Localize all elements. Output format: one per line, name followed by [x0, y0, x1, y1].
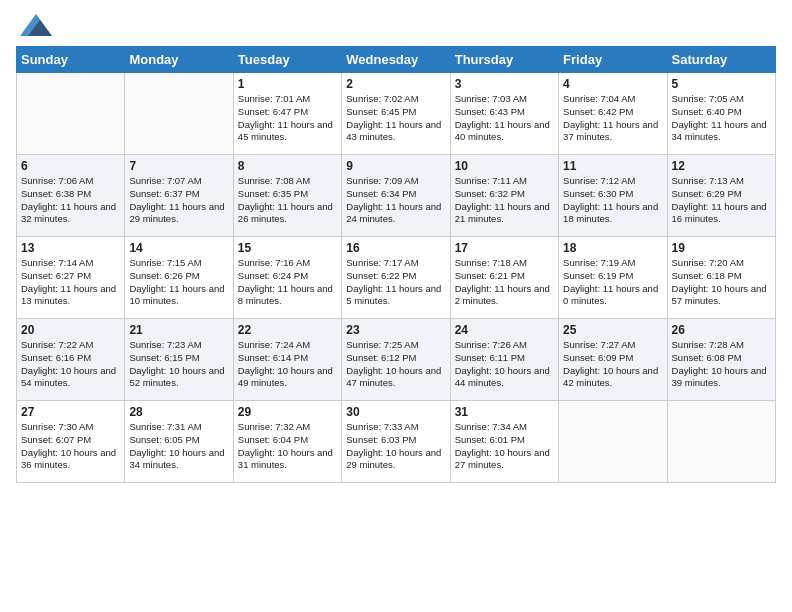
calendar-cell: 3Sunrise: 7:03 AM Sunset: 6:43 PM Daylig…: [450, 73, 558, 155]
day-info: Sunrise: 7:02 AM Sunset: 6:45 PM Dayligh…: [346, 93, 445, 144]
day-info: Sunrise: 7:28 AM Sunset: 6:08 PM Dayligh…: [672, 339, 771, 390]
calendar-cell: 26Sunrise: 7:28 AM Sunset: 6:08 PM Dayli…: [667, 319, 775, 401]
day-number: 6: [21, 159, 120, 173]
calendar-cell: 29Sunrise: 7:32 AM Sunset: 6:04 PM Dayli…: [233, 401, 341, 483]
day-info: Sunrise: 7:13 AM Sunset: 6:29 PM Dayligh…: [672, 175, 771, 226]
calendar-cell: 8Sunrise: 7:08 AM Sunset: 6:35 PM Daylig…: [233, 155, 341, 237]
calendar-cell: 21Sunrise: 7:23 AM Sunset: 6:15 PM Dayli…: [125, 319, 233, 401]
calendar-cell: 30Sunrise: 7:33 AM Sunset: 6:03 PM Dayli…: [342, 401, 450, 483]
calendar-cell: [17, 73, 125, 155]
day-info: Sunrise: 7:01 AM Sunset: 6:47 PM Dayligh…: [238, 93, 337, 144]
day-info: Sunrise: 7:24 AM Sunset: 6:14 PM Dayligh…: [238, 339, 337, 390]
day-number: 4: [563, 77, 662, 91]
calendar-week-1: 6Sunrise: 7:06 AM Sunset: 6:38 PM Daylig…: [17, 155, 776, 237]
calendar-cell: 9Sunrise: 7:09 AM Sunset: 6:34 PM Daylig…: [342, 155, 450, 237]
page: SundayMondayTuesdayWednesdayThursdayFrid…: [0, 0, 792, 612]
calendar-cell: [559, 401, 667, 483]
day-info: Sunrise: 7:04 AM Sunset: 6:42 PM Dayligh…: [563, 93, 662, 144]
calendar-cell: 5Sunrise: 7:05 AM Sunset: 6:40 PM Daylig…: [667, 73, 775, 155]
day-info: Sunrise: 7:32 AM Sunset: 6:04 PM Dayligh…: [238, 421, 337, 472]
calendar-cell: 11Sunrise: 7:12 AM Sunset: 6:30 PM Dayli…: [559, 155, 667, 237]
calendar-cell: 10Sunrise: 7:11 AM Sunset: 6:32 PM Dayli…: [450, 155, 558, 237]
calendar-cell: [125, 73, 233, 155]
day-number: 26: [672, 323, 771, 337]
day-info: Sunrise: 7:19 AM Sunset: 6:19 PM Dayligh…: [563, 257, 662, 308]
calendar-cell: 13Sunrise: 7:14 AM Sunset: 6:27 PM Dayli…: [17, 237, 125, 319]
header: [16, 16, 776, 36]
day-info: Sunrise: 7:16 AM Sunset: 6:24 PM Dayligh…: [238, 257, 337, 308]
logo: [16, 16, 52, 36]
day-number: 16: [346, 241, 445, 255]
day-number: 18: [563, 241, 662, 255]
calendar-cell: 12Sunrise: 7:13 AM Sunset: 6:29 PM Dayli…: [667, 155, 775, 237]
calendar-cell: 4Sunrise: 7:04 AM Sunset: 6:42 PM Daylig…: [559, 73, 667, 155]
calendar-cell: 20Sunrise: 7:22 AM Sunset: 6:16 PM Dayli…: [17, 319, 125, 401]
col-header-thursday: Thursday: [450, 47, 558, 73]
day-number: 15: [238, 241, 337, 255]
day-number: 1: [238, 77, 337, 91]
day-info: Sunrise: 7:08 AM Sunset: 6:35 PM Dayligh…: [238, 175, 337, 226]
day-number: 27: [21, 405, 120, 419]
calendar-week-3: 20Sunrise: 7:22 AM Sunset: 6:16 PM Dayli…: [17, 319, 776, 401]
day-number: 2: [346, 77, 445, 91]
calendar-cell: 16Sunrise: 7:17 AM Sunset: 6:22 PM Dayli…: [342, 237, 450, 319]
day-info: Sunrise: 7:33 AM Sunset: 6:03 PM Dayligh…: [346, 421, 445, 472]
day-info: Sunrise: 7:05 AM Sunset: 6:40 PM Dayligh…: [672, 93, 771, 144]
logo-icon: [20, 14, 52, 36]
day-number: 24: [455, 323, 554, 337]
calendar-header-row: SundayMondayTuesdayWednesdayThursdayFrid…: [17, 47, 776, 73]
calendar-cell: 27Sunrise: 7:30 AM Sunset: 6:07 PM Dayli…: [17, 401, 125, 483]
day-number: 14: [129, 241, 228, 255]
calendar-cell: 28Sunrise: 7:31 AM Sunset: 6:05 PM Dayli…: [125, 401, 233, 483]
day-info: Sunrise: 7:09 AM Sunset: 6:34 PM Dayligh…: [346, 175, 445, 226]
logo-row1: [16, 16, 52, 36]
calendar-cell: 1Sunrise: 7:01 AM Sunset: 6:47 PM Daylig…: [233, 73, 341, 155]
day-info: Sunrise: 7:31 AM Sunset: 6:05 PM Dayligh…: [129, 421, 228, 472]
day-number: 21: [129, 323, 228, 337]
day-info: Sunrise: 7:12 AM Sunset: 6:30 PM Dayligh…: [563, 175, 662, 226]
day-info: Sunrise: 7:23 AM Sunset: 6:15 PM Dayligh…: [129, 339, 228, 390]
day-number: 3: [455, 77, 554, 91]
col-header-tuesday: Tuesday: [233, 47, 341, 73]
calendar-cell: 18Sunrise: 7:19 AM Sunset: 6:19 PM Dayli…: [559, 237, 667, 319]
col-header-wednesday: Wednesday: [342, 47, 450, 73]
calendar-cell: 17Sunrise: 7:18 AM Sunset: 6:21 PM Dayli…: [450, 237, 558, 319]
col-header-monday: Monday: [125, 47, 233, 73]
day-info: Sunrise: 7:15 AM Sunset: 6:26 PM Dayligh…: [129, 257, 228, 308]
day-number: 25: [563, 323, 662, 337]
day-number: 11: [563, 159, 662, 173]
day-number: 31: [455, 405, 554, 419]
day-info: Sunrise: 7:07 AM Sunset: 6:37 PM Dayligh…: [129, 175, 228, 226]
day-info: Sunrise: 7:34 AM Sunset: 6:01 PM Dayligh…: [455, 421, 554, 472]
day-number: 28: [129, 405, 228, 419]
calendar-cell: 6Sunrise: 7:06 AM Sunset: 6:38 PM Daylig…: [17, 155, 125, 237]
day-info: Sunrise: 7:17 AM Sunset: 6:22 PM Dayligh…: [346, 257, 445, 308]
col-header-saturday: Saturday: [667, 47, 775, 73]
calendar-table: SundayMondayTuesdayWednesdayThursdayFrid…: [16, 46, 776, 483]
day-number: 23: [346, 323, 445, 337]
day-number: 8: [238, 159, 337, 173]
calendar-cell: 7Sunrise: 7:07 AM Sunset: 6:37 PM Daylig…: [125, 155, 233, 237]
day-number: 5: [672, 77, 771, 91]
calendar-week-0: 1Sunrise: 7:01 AM Sunset: 6:47 PM Daylig…: [17, 73, 776, 155]
day-number: 20: [21, 323, 120, 337]
calendar-cell: 2Sunrise: 7:02 AM Sunset: 6:45 PM Daylig…: [342, 73, 450, 155]
day-info: Sunrise: 7:27 AM Sunset: 6:09 PM Dayligh…: [563, 339, 662, 390]
day-info: Sunrise: 7:20 AM Sunset: 6:18 PM Dayligh…: [672, 257, 771, 308]
col-header-friday: Friday: [559, 47, 667, 73]
calendar-cell: 25Sunrise: 7:27 AM Sunset: 6:09 PM Dayli…: [559, 319, 667, 401]
day-info: Sunrise: 7:11 AM Sunset: 6:32 PM Dayligh…: [455, 175, 554, 226]
day-info: Sunrise: 7:18 AM Sunset: 6:21 PM Dayligh…: [455, 257, 554, 308]
day-info: Sunrise: 7:22 AM Sunset: 6:16 PM Dayligh…: [21, 339, 120, 390]
col-header-sunday: Sunday: [17, 47, 125, 73]
calendar-week-2: 13Sunrise: 7:14 AM Sunset: 6:27 PM Dayli…: [17, 237, 776, 319]
calendar-cell: 14Sunrise: 7:15 AM Sunset: 6:26 PM Dayli…: [125, 237, 233, 319]
day-info: Sunrise: 7:26 AM Sunset: 6:11 PM Dayligh…: [455, 339, 554, 390]
day-info: Sunrise: 7:06 AM Sunset: 6:38 PM Dayligh…: [21, 175, 120, 226]
day-number: 12: [672, 159, 771, 173]
day-number: 10: [455, 159, 554, 173]
calendar-cell: [667, 401, 775, 483]
calendar-week-4: 27Sunrise: 7:30 AM Sunset: 6:07 PM Dayli…: [17, 401, 776, 483]
calendar-cell: 31Sunrise: 7:34 AM Sunset: 6:01 PM Dayli…: [450, 401, 558, 483]
day-info: Sunrise: 7:25 AM Sunset: 6:12 PM Dayligh…: [346, 339, 445, 390]
